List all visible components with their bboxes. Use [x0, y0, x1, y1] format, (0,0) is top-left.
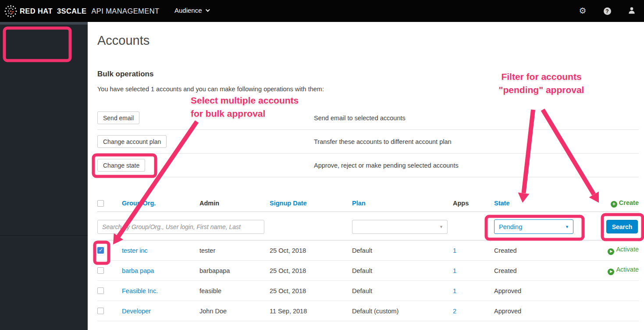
redhat-logo-icon	[4, 4, 18, 18]
row-checkbox[interactable]	[97, 267, 104, 274]
org-link[interactable]: tester inc	[122, 247, 199, 254]
change-state-description: Approve, reject or make pending selected…	[314, 162, 459, 169]
state-filter-value: Pending	[499, 223, 522, 230]
settings-gear-button[interactable]: ⚙	[570, 7, 595, 15]
apps-count-link[interactable]: 1	[453, 267, 494, 274]
sidebar-divider	[0, 235, 88, 236]
plus-circle-icon: +	[611, 201, 617, 208]
row-checkbox[interactable]	[97, 287, 104, 294]
state-cell: Approved	[494, 308, 551, 315]
org-link[interactable]: Developer	[122, 308, 199, 315]
caret-down-icon: ▼	[439, 225, 443, 229]
activate-link[interactable]: ▶Activate	[551, 266, 639, 275]
column-header-state[interactable]: State	[494, 200, 551, 207]
signup-date-cell: 25 Oct, 2018	[270, 287, 352, 294]
signup-date-cell: 25 Oct, 2018	[270, 267, 352, 274]
state-filter-select[interactable]: Pending ▼	[494, 219, 573, 234]
admin-cell: barbapapa	[199, 267, 270, 274]
send-email-button[interactable]: Send email	[97, 111, 139, 124]
help-icon: ?	[604, 7, 611, 15]
annotation-line: Select multiple accounts	[191, 94, 299, 107]
change-state-button[interactable]: Change state	[97, 159, 145, 172]
help-button[interactable]: ?	[595, 7, 619, 15]
audience-menu[interactable]: Audience	[174, 7, 209, 14]
brand-redhat: RED HAT	[20, 7, 53, 15]
top-navbar: RED HAT 3SCALE API MANAGEMENT Audience ⚙…	[0, 0, 644, 22]
page-title: Accounts	[97, 33, 149, 48]
table-row: tester inc tester 25 Oct, 2018 Default 1…	[97, 240, 639, 261]
activate-label: Activate	[616, 246, 639, 253]
brand-3scale: 3SCALE	[57, 7, 87, 15]
apps-count-link[interactable]: 2	[453, 308, 494, 315]
divider	[97, 177, 639, 177]
plan-cell: Default (custom)	[352, 308, 453, 315]
admin-cell: John Doe	[199, 308, 270, 315]
activate-link[interactable]: ▶Activate	[551, 246, 639, 255]
bulk-operations-heading: Bulk operations	[97, 70, 153, 79]
user-icon	[628, 7, 636, 14]
plan-cell: Default	[352, 287, 453, 294]
column-header-plan[interactable]: Plan	[352, 200, 453, 207]
state-cell: Created	[494, 247, 551, 254]
row-checkbox[interactable]	[97, 308, 104, 314]
change-account-plan-description: Transfer these accounts to different acc…	[314, 138, 452, 145]
annotation-arrow-to-pending	[524, 110, 534, 193]
org-link[interactable]: barba papa	[122, 267, 199, 274]
caret-down-icon: ▼	[565, 225, 569, 229]
annotation-line: "pending" approval	[489, 83, 594, 97]
activate-label: Activate	[616, 266, 639, 273]
play-circle-icon: ▶	[608, 269, 614, 275]
plan-cell: Default	[352, 247, 453, 254]
app-window: RED HAT 3SCALE API MANAGEMENT Audience ⚙…	[0, 0, 644, 330]
signup-date-cell: 11 Sep, 2018	[270, 308, 352, 315]
sidebar-top-strip	[0, 22, 88, 25]
search-input[interactable]	[97, 220, 264, 234]
annotation-line: for bulk approval	[191, 107, 299, 120]
chevron-down-icon	[206, 7, 210, 12]
table-row: Feasible Inc. feasible 25 Oct, 2018 Defa…	[97, 281, 639, 301]
annotation-filter-pending: Filter for accounts "pending" approval	[489, 70, 594, 97]
divider	[97, 129, 639, 130]
annotation-select-accounts: Select multiple accounts for bulk approv…	[191, 94, 299, 120]
row-checkbox[interactable]	[97, 247, 104, 254]
column-header-signup-date[interactable]: Signup Date	[270, 200, 352, 207]
state-cell: Approved	[494, 287, 551, 294]
create-account-link[interactable]: +Create	[611, 199, 639, 206]
column-header-group-org[interactable]: Group/Org.	[122, 200, 199, 207]
column-header-admin: Admin	[199, 200, 270, 207]
send-email-description: Send email to selected accounts	[314, 115, 406, 122]
bulk-operations-intro: You have selected 1 accounts and you can…	[97, 86, 324, 93]
org-link[interactable]: Feasible Inc.	[122, 287, 199, 294]
change-account-plan-button[interactable]: Change account plan	[97, 135, 167, 148]
create-label: Create	[619, 199, 639, 206]
divider	[97, 153, 639, 154]
apps-count-link[interactable]: 1	[453, 247, 494, 254]
column-header-apps: Apps	[453, 200, 494, 207]
gear-icon: ⚙	[579, 6, 586, 15]
select-all-checkbox[interactable]	[97, 200, 104, 207]
state-cell: Created	[494, 267, 551, 274]
accounts-table-body: tester inc tester 25 Oct, 2018 Default 1…	[97, 240, 639, 321]
annotation-arrow-to-search	[543, 110, 594, 194]
table-row: Developer John Doe 11 Sep, 2018 Default …	[97, 301, 639, 321]
signup-date-cell: 25 Oct, 2018	[270, 247, 352, 254]
play-circle-icon: ▶	[608, 248, 614, 255]
plan-filter-select[interactable]: ▼	[352, 220, 448, 234]
admin-cell: tester	[199, 247, 270, 254]
annotation-line: Filter for accounts	[489, 70, 594, 83]
brand-suffix: API MANAGEMENT	[91, 7, 159, 15]
audience-menu-label: Audience	[174, 7, 202, 14]
accounts-table-header: Group/Org. Admin Signup Date Plan Apps S…	[97, 195, 639, 212]
table-row: barba papa barbapapa 25 Oct, 2018 Defaul…	[97, 261, 639, 281]
sidebar	[0, 22, 88, 330]
admin-cell: feasible	[199, 287, 270, 294]
apps-count-link[interactable]: 1	[453, 287, 494, 294]
search-button[interactable]: Search	[606, 220, 638, 233]
brand-title: RED HAT 3SCALE API MANAGEMENT	[20, 7, 159, 15]
user-menu-button[interactable]	[619, 7, 644, 16]
plan-cell: Default	[352, 267, 453, 274]
